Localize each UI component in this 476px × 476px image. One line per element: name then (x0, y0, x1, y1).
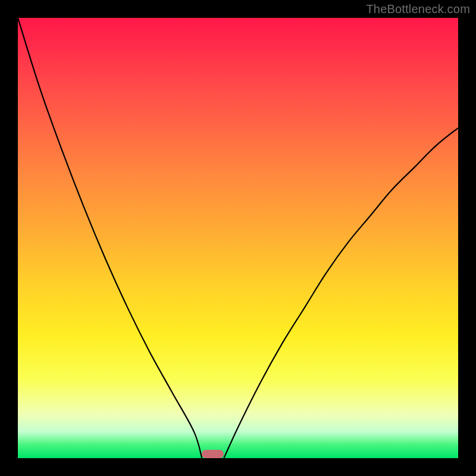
bottleneck-curve (18, 18, 458, 458)
chart-frame: TheBottleneck.com (0, 0, 476, 476)
watermark-text: TheBottleneck.com (366, 2, 470, 16)
curve-right-branch (224, 128, 458, 458)
plot-area (18, 18, 458, 458)
curve-left-branch (18, 18, 202, 458)
